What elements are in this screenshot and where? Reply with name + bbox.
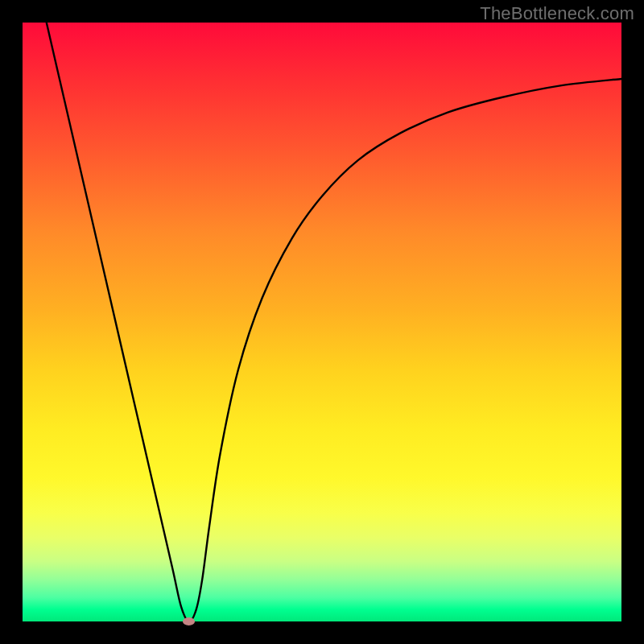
chart-frame: TheBottleneck.com <box>0 0 644 644</box>
bottleneck-curve <box>23 23 621 621</box>
watermark-text: TheBottleneck.com <box>480 3 634 24</box>
plot-area <box>23 23 621 621</box>
minimum-marker <box>183 617 195 625</box>
